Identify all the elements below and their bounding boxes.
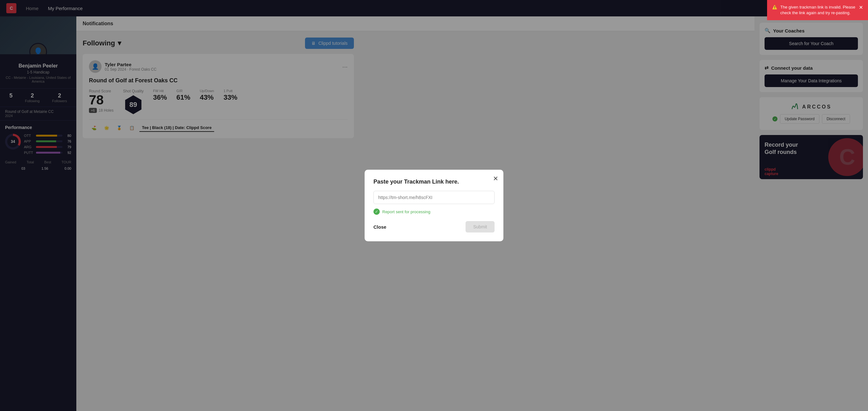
modal-close-button[interactable]: Close [373, 224, 386, 230]
modal-success-message: ✓ Report sent for processing [373, 209, 495, 215]
success-text: Report sent for processing [382, 210, 430, 214]
trackman-link-input[interactable] [373, 191, 495, 204]
modal-close-x-button[interactable]: ✕ [493, 175, 498, 182]
success-icon: ✓ [373, 209, 380, 215]
modal-submit-button[interactable]: Submit [466, 221, 495, 232]
toast-icon: ⚠️ [772, 4, 777, 10]
modal-footer: Close Submit [373, 221, 495, 232]
toast-message: The given trackman link is invalid. Plea… [780, 4, 856, 16]
modal-overlay: ✕ Paste your Trackman Link here. ✓ Repor… [0, 0, 868, 411]
error-toast: ⚠️ The given trackman link is invalid. P… [767, 0, 868, 20]
trackman-modal: ✕ Paste your Trackman Link here. ✓ Repor… [365, 170, 503, 241]
toast-close-button[interactable]: ✕ [859, 4, 863, 10]
modal-title: Paste your Trackman Link here. [373, 179, 495, 185]
